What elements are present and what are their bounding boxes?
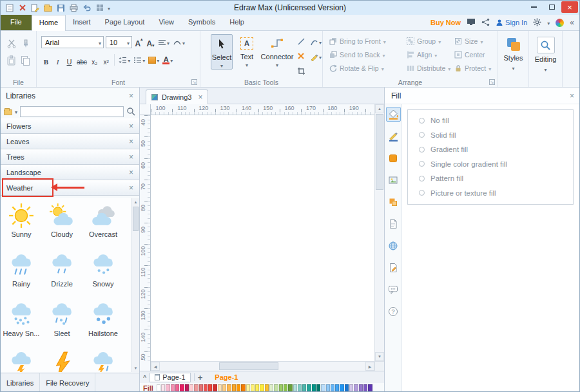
tab-symbols[interactable]: Symbols xyxy=(181,15,222,30)
palette-color-swatch[interactable] xyxy=(213,384,217,391)
chevron-down-icon[interactable] xyxy=(108,4,110,12)
tab-libraries[interactable]: Libraries xyxy=(1,373,40,392)
tab-home[interactable]: Home xyxy=(32,15,66,31)
group-button[interactable]: Group xyxy=(407,35,450,46)
palette-color-swatch[interactable] xyxy=(260,384,264,391)
editing-button[interactable]: Editing xyxy=(529,37,562,73)
palette-color-swatch[interactable] xyxy=(251,384,255,391)
select-tool-button[interactable]: Select xyxy=(211,34,233,70)
strikethrough-button[interactable]: abc xyxy=(76,54,88,66)
palette-color-swatch[interactable] xyxy=(189,384,193,391)
fill-tool-icon[interactable] xyxy=(386,107,401,122)
sign-in-link[interactable]: Sign In xyxy=(496,19,527,26)
send-to-back-button[interactable]: Send to Back xyxy=(329,49,386,60)
chevron-down-icon[interactable] xyxy=(15,107,17,115)
buy-now-link[interactable]: Buy Now xyxy=(430,19,461,26)
palette-color-swatch[interactable] xyxy=(298,384,302,391)
fill-option[interactable]: Pattern fill xyxy=(408,171,573,186)
scroll-up-icon[interactable]: ▲ xyxy=(375,104,384,113)
fill-option[interactable]: Single color gradient fill xyxy=(408,157,573,172)
palette-color-swatch[interactable] xyxy=(307,384,311,391)
file-menu-button[interactable]: File xyxy=(1,15,32,30)
close-libraries-icon[interactable] xyxy=(129,92,133,100)
size-button[interactable]: Size xyxy=(454,35,491,46)
drawing-canvas[interactable] xyxy=(151,115,374,361)
shape-lightning[interactable] xyxy=(41,350,82,372)
palette-color-swatch[interactable] xyxy=(345,384,349,391)
fill-option[interactable]: Gradient fill xyxy=(408,142,573,157)
text-align-button[interactable] xyxy=(157,37,170,48)
radio-icon[interactable] xyxy=(419,147,425,153)
edit-document-icon[interactable] xyxy=(30,3,40,13)
cut-icon[interactable] xyxy=(6,39,16,48)
subscript-button[interactable]: x₂ xyxy=(90,54,99,66)
tab-page-layout[interactable]: Page Layout xyxy=(98,15,152,30)
close-library-icon[interactable] xyxy=(129,122,133,130)
copy-icon[interactable] xyxy=(21,55,30,65)
scroll-right-icon[interactable]: ▶ xyxy=(365,362,374,371)
center-button[interactable]: Center xyxy=(454,49,491,60)
library-search-input[interactable] xyxy=(20,106,124,117)
palette-color-swatch[interactable] xyxy=(269,384,273,391)
attachment-icon[interactable] xyxy=(386,260,401,275)
collapse-ribbon-icon[interactable] xyxy=(570,18,574,27)
close-library-icon[interactable] xyxy=(129,138,133,145)
shape-hailstone[interactable]: Hailstone xyxy=(82,300,124,337)
palette-color-swatch[interactable] xyxy=(237,384,240,391)
palette-color-swatch[interactable] xyxy=(284,384,287,391)
horizontal-scrollbar[interactable]: ◀ ▶ xyxy=(151,361,374,371)
tab-view[interactable]: View xyxy=(151,15,181,30)
italic-button[interactable]: I xyxy=(53,54,63,66)
crop-tool-button[interactable] xyxy=(297,67,308,77)
shape-drizzle[interactable]: Drizzle xyxy=(41,250,82,288)
close-library-icon[interactable] xyxy=(129,184,133,192)
shape-thunderstorm[interactable] xyxy=(82,350,124,372)
library-group-leaves[interactable]: Leaves xyxy=(1,134,139,149)
palette-color-swatch[interactable] xyxy=(302,384,306,391)
palette-color-swatch[interactable] xyxy=(180,384,184,391)
scroll-down-icon[interactable]: ▼ xyxy=(131,364,140,372)
radio-icon[interactable] xyxy=(419,176,425,182)
palette-color-swatch[interactable] xyxy=(288,384,292,391)
palette-color-swatch[interactable] xyxy=(316,384,320,391)
shape-thunder-shower[interactable] xyxy=(1,350,42,372)
comment-icon[interactable] xyxy=(386,282,401,297)
search-icon[interactable] xyxy=(126,107,135,116)
fill-option[interactable]: No fill xyxy=(408,113,573,128)
tab-file-recovery[interactable]: File Recovery xyxy=(40,373,95,392)
close-fill-panel-icon[interactable] xyxy=(570,92,574,100)
line-tool-button[interactable] xyxy=(297,37,308,47)
close-document-tab-icon[interactable] xyxy=(198,93,202,101)
palette-color-swatch[interactable] xyxy=(359,384,363,391)
palette-color-swatch[interactable] xyxy=(349,384,353,391)
palette-color-swatch[interactable] xyxy=(335,384,339,391)
scrollbar-thumb[interactable] xyxy=(219,362,278,370)
library-group-flowers[interactable]: Flowers xyxy=(1,118,139,134)
add-page-button[interactable] xyxy=(198,373,203,382)
arc-tool-button[interactable] xyxy=(310,38,324,46)
shape-overcast[interactable]: Overcast xyxy=(82,201,124,238)
shapes-scrollbar[interactable]: ▲ ▼ xyxy=(131,198,139,372)
collapse-pages-icon[interactable] xyxy=(143,374,146,380)
undo-icon[interactable] xyxy=(82,3,92,13)
color-swatch-icon[interactable] xyxy=(386,151,401,165)
palette-color-swatch[interactable] xyxy=(161,384,165,391)
connector-tool-button[interactable]: Connector xyxy=(258,34,296,68)
line-spacing-button[interactable] xyxy=(118,54,131,66)
distribute-button[interactable]: Distribute xyxy=(407,62,450,73)
palette-color-swatch[interactable] xyxy=(340,384,343,391)
line-tool-icon[interactable] xyxy=(386,129,401,144)
chevron-down-icon[interactable] xyxy=(547,19,550,26)
current-page-label[interactable]: Page-1 xyxy=(215,373,238,381)
library-folder-icon[interactable] xyxy=(4,109,12,115)
palette-color-swatch[interactable] xyxy=(157,384,160,391)
highlight-table-button[interactable] xyxy=(148,54,160,66)
scrollbar-thumb[interactable] xyxy=(133,207,139,231)
tab-help[interactable]: Help xyxy=(222,15,251,30)
text-tool-button[interactable]: Text xyxy=(237,34,257,68)
palette-color-swatch[interactable] xyxy=(194,384,198,391)
palette-color-swatch[interactable] xyxy=(246,384,250,391)
paste-icon[interactable] xyxy=(6,55,16,65)
palette-color-swatch[interactable] xyxy=(255,384,259,391)
palette-color-swatch[interactable] xyxy=(208,384,212,391)
